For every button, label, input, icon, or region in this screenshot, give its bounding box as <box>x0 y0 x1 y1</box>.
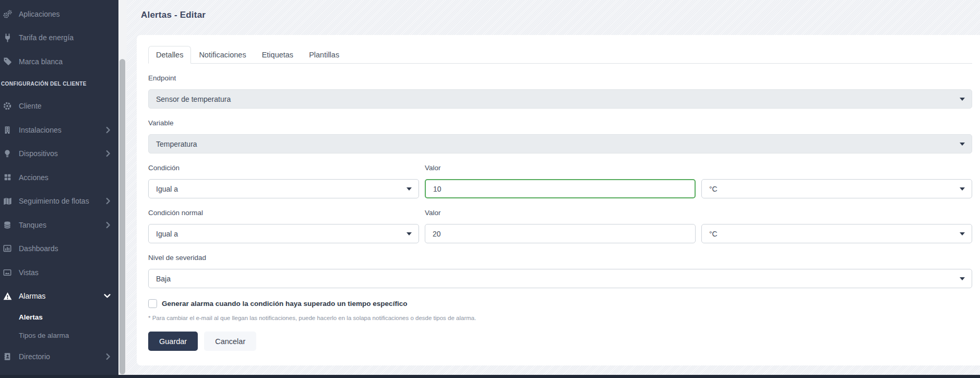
sidebar-item-dispositivos[interactable]: Dispositivos <box>0 142 118 166</box>
sidebar-item-tanques[interactable]: Tanques <box>0 213 118 237</box>
building-icon <box>2 126 13 134</box>
sidebar-nav: Aplicaciones Tarifa de energía Marca bla… <box>0 0 118 369</box>
lightbulb-icon <box>2 149 13 158</box>
normal-unit-select[interactable]: °C <box>701 224 972 243</box>
caret-down-icon <box>960 98 965 101</box>
sidebar-item-vistas[interactable]: Vistas <box>0 261 118 285</box>
sidebar-item-label: Marca blanca <box>19 57 63 66</box>
gears-icon <box>2 9 13 19</box>
sidebar-item-label: Aplicaciones <box>19 10 60 18</box>
sidebar-item-seguimiento-de-flotas[interactable]: Seguimiento de flotas <box>0 190 118 214</box>
sidebar-item-instalaciones[interactable]: Instalaciones <box>0 118 118 142</box>
tag-icon <box>2 57 13 66</box>
normal-condition-row: Condición normal Igual a Valor °C <box>148 209 972 243</box>
sidebar-item-label: Vistas <box>19 268 39 277</box>
condition-value: Igual a <box>156 185 178 193</box>
sidebar-item-alarmas[interactable]: Alarmas <box>0 285 118 309</box>
warning-triangle-icon <box>2 292 13 301</box>
sidebar-item-label: Acciones <box>19 173 49 182</box>
database-icon <box>2 221 13 229</box>
tab-bar: Detalles Notificaciones Etiquetas Planti… <box>148 46 972 64</box>
sidebar-subitem-alertas[interactable]: Alertas <box>0 308 118 326</box>
sidebar-item-label: Directorio <box>19 352 50 361</box>
chevron-right-icon <box>106 126 111 133</box>
sidebar-item-tarifa-de-energia[interactable]: Tarifa de energía <box>0 26 118 50</box>
endpoint-label: Endpoint <box>148 74 972 82</box>
normal-condition-group: Condición normal Igual a <box>148 209 419 243</box>
normal-unit-value: °C <box>709 230 718 238</box>
condition-select[interactable]: Igual a <box>148 179 419 198</box>
gear-icon <box>2 101 13 111</box>
sidebar-item-dashboards[interactable]: Dashboards <box>0 237 118 261</box>
chevron-right-icon <box>106 198 111 205</box>
time-condition-checkbox[interactable] <box>148 299 157 308</box>
caret-down-icon <box>960 277 965 280</box>
normal-value-group: Valor <box>425 209 696 243</box>
sidebar-item-label: Alarmas <box>19 292 45 300</box>
sidebar-item-label: Dashboards <box>19 244 58 253</box>
caret-down-icon <box>960 187 965 191</box>
variable-select[interactable]: Temperatura <box>148 134 972 153</box>
sidebar-item-aplicaciones[interactable]: Aplicaciones <box>0 2 118 26</box>
severity-value: Baja <box>156 275 171 283</box>
normal-unit-label <box>701 209 972 217</box>
image-icon <box>2 268 13 277</box>
sidebar-item-label: Tanques <box>19 221 46 229</box>
save-button[interactable]: Guardar <box>148 332 198 351</box>
alert-form: Endpoint Sensor de temperatura Variable … <box>148 74 972 351</box>
severity-select[interactable]: Baja <box>148 269 972 288</box>
variable-value: Temperatura <box>156 140 197 148</box>
chevron-down-icon <box>104 294 111 299</box>
chevron-right-icon <box>106 221 111 228</box>
map-icon <box>2 197 13 206</box>
tab-plantillas[interactable]: Plantillas <box>301 46 347 64</box>
tab-notificaciones[interactable]: Notificaciones <box>191 46 254 64</box>
time-condition-label: Generar alarma cuando la condición haya … <box>162 300 407 308</box>
sidebar-subitem-tipos-de-alarma[interactable]: Tipos de alarma <box>0 326 118 345</box>
time-condition-row: Generar alarma cuando la condición haya … <box>148 299 972 308</box>
normal-condition-select[interactable]: Igual a <box>148 224 419 243</box>
normal-value-label: Valor <box>425 209 696 217</box>
sidebar-item-acciones[interactable]: Acciones <box>0 166 118 190</box>
address-book-icon <box>2 352 13 361</box>
condition-unit-value: °C <box>709 185 718 193</box>
sidebar-scrollbar[interactable] <box>118 0 127 375</box>
tab-etiquetas[interactable]: Etiquetas <box>254 46 301 64</box>
window-bottom-edge <box>0 375 980 378</box>
condition-row: Condición Igual a Valor °C <box>148 164 972 198</box>
caret-down-icon <box>407 232 412 235</box>
page-title: Alertas - Editar <box>141 10 206 20</box>
condition-group: Condición Igual a <box>148 164 419 198</box>
condition-unit-select[interactable]: °C <box>701 179 972 198</box>
endpoint-value: Sensor de temperatura <box>156 95 231 103</box>
sidebar-scrollbar-thumb[interactable] <box>119 59 125 374</box>
caret-down-icon <box>407 187 412 191</box>
cancel-button[interactable]: Cancelar <box>204 332 256 351</box>
variable-label: Variable <box>148 119 972 127</box>
sidebar-item-label: Cliente <box>19 102 42 110</box>
caret-down-icon <box>960 232 965 235</box>
sidebar: Aplicaciones Tarifa de energía Marca bla… <box>0 0 118 375</box>
endpoint-group: Endpoint Sensor de temperatura <box>148 74 972 109</box>
form-actions: Guardar Cancelar <box>148 332 972 351</box>
normal-condition-value: Igual a <box>156 230 178 238</box>
edit-alert-card: Detalles Notificaciones Etiquetas Planti… <box>137 35 980 365</box>
normal-value-input[interactable] <box>425 224 696 243</box>
grid-icon <box>2 173 13 181</box>
sidebar-item-label: Dispositivos <box>19 149 58 158</box>
condition-value-label: Valor <box>425 164 696 172</box>
condition-value-input[interactable] <box>425 179 696 198</box>
severity-label: Nivel de severidad <box>148 254 972 262</box>
normal-condition-label: Condición normal <box>148 209 419 217</box>
sidebar-item-marca-blanca[interactable]: Marca blanca <box>0 50 118 74</box>
caret-down-icon <box>960 143 965 146</box>
tab-detalles[interactable]: Detalles <box>148 46 191 64</box>
severity-group: Nivel de severidad Baja <box>148 254 972 288</box>
endpoint-select[interactable]: Sensor de temperatura <box>148 89 972 109</box>
sidebar-section-header: CONFIGURACIÓN DEL CLIENTE <box>0 74 118 95</box>
chevron-right-icon <box>106 150 111 157</box>
sidebar-item-directorio[interactable]: Directorio <box>0 345 118 369</box>
bar-chart-icon <box>2 244 13 253</box>
condition-unit-label <box>701 164 972 172</box>
sidebar-item-cliente[interactable]: Cliente <box>0 95 118 119</box>
